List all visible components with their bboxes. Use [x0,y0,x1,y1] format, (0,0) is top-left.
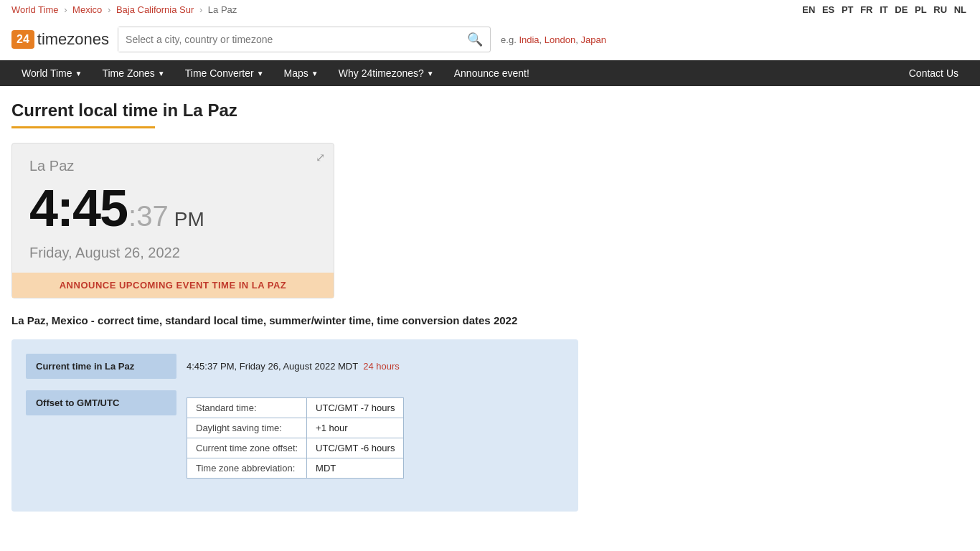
lang-pt[interactable]: PT [842,4,854,15]
lang-nl[interactable]: NL [954,4,966,15]
nav-time-zones-arrow: ▼ [158,70,165,77]
info-row-current-time: Current time in La Paz 4:45:37 PM, Frida… [26,354,564,379]
language-bar: EN ES PT FR IT DE PL RU NL [800,4,969,15]
main-content: Current local time in La Paz ⤢ La Paz 4:… [0,86,861,526]
offset-value: Standard time:UTC/GMT -7 hoursDaylight s… [176,390,414,486]
logo-text: timezones [37,30,109,49]
clock-time-display: 4:45 :37 PM [29,179,316,237]
nav-maps-arrow: ▼ [311,70,319,77]
lang-it[interactable]: IT [880,4,888,15]
gmt-table: Standard time:UTC/GMT -7 hoursDaylight s… [187,397,404,479]
nav-time-zones[interactable]: Time Zones ▼ [92,60,174,86]
lang-fr[interactable]: FR [860,4,872,15]
breadcrumb-sep-2: › [108,4,110,15]
nav-world-time-arrow: ▼ [75,70,83,77]
page-title: Current local time in La Paz [11,100,849,121]
expand-icon[interactable]: ⤢ [316,151,325,164]
lang-es[interactable]: ES [822,4,834,15]
lang-pl[interactable]: PL [915,4,927,15]
main-nav: World Time ▼ Time Zones ▼ Time Converter… [0,60,980,86]
example-london[interactable]: London [545,34,575,45]
nav-world-time[interactable]: World Time ▼ [11,60,92,86]
lang-ru[interactable]: RU [933,4,947,15]
breadcrumb-sep-1: › [64,4,67,15]
announce-event-button[interactable]: ANNOUNCE UPCOMING EVENT TIME IN LA PAZ [12,273,334,298]
breadcrumb-world-time[interactable]: World Time [11,4,59,15]
title-underline [11,126,155,128]
24hours-link[interactable]: 24 hours [363,361,400,372]
site-header: 24 timezones 🔍 e.g. India, London, Japan [0,19,980,60]
breadcrumb-baja[interactable]: Baja California Sur [116,4,194,15]
search-input[interactable] [118,27,460,52]
clock-ampm: PM [174,208,204,231]
logo[interactable]: 24 timezones [11,30,109,49]
example-japan[interactable]: Japan [580,34,606,45]
nav-time-converter-arrow: ▼ [257,70,264,77]
clock-city: La Paz [29,158,316,174]
current-time-value: 4:45:37 PM, Friday 26, August 2022 MDT 2… [176,354,410,379]
lang-en[interactable]: EN [802,4,815,15]
search-container: 🔍 [118,27,491,52]
clock-widget: ⤢ La Paz 4:45 :37 PM Friday, August 26, … [11,143,334,298]
table-row: Time zone abbreviation:MDT [187,458,404,479]
info-row-offset: Offset to GMT/UTC Standard time:UTC/GMT … [26,390,564,486]
clock-seconds: :37 [128,200,169,232]
clock-date: Friday, August 26, 2022 [29,245,316,261]
clock-hours-minutes: 4:45 [29,179,127,237]
current-time-label: Current time in La Paz [26,354,176,379]
nav-why-arrow: ▼ [427,70,434,77]
nav-contact[interactable]: Contact Us [899,60,969,86]
search-examples: e.g. India, London, Japan [501,34,606,45]
breadcrumb-mexico[interactable]: Mexico [72,4,102,15]
nav-time-converter[interactable]: Time Converter ▼ [175,60,274,86]
offset-label: Offset to GMT/UTC [26,390,176,415]
table-row: Current time zone offset:UTC/GMT -6 hour… [187,438,404,458]
table-row: Daylight saving time:+1 hour [187,418,404,438]
breadcrumb-current: La Paz [208,4,237,15]
table-row: Standard time:UTC/GMT -7 hours [187,398,404,418]
page-description: La Paz, Mexico - correct time, standard … [11,313,585,328]
logo-badge: 24 [11,30,34,49]
nav-maps[interactable]: Maps ▼ [274,60,329,86]
search-button[interactable]: 🔍 [460,32,490,47]
breadcrumb-sep-3: › [199,4,202,15]
nav-announce[interactable]: Announce event! [444,60,540,86]
example-india[interactable]: India [519,34,539,45]
lang-de[interactable]: DE [895,4,908,15]
nav-why[interactable]: Why 24timezones? ▼ [329,60,444,86]
info-section: Current time in La Paz 4:45:37 PM, Frida… [11,339,578,512]
